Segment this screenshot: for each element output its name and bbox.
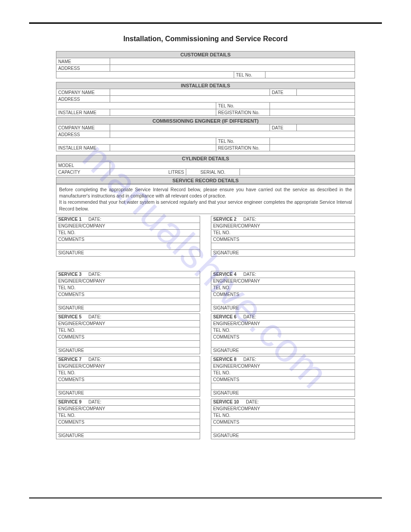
service-signature-label: SIGNATURE bbox=[56, 305, 200, 311]
instructions-para1: Before completing the appropriate Servic… bbox=[59, 187, 352, 198]
installer-address-field[interactable] bbox=[110, 96, 355, 103]
service-comments-label: COMMENTS bbox=[56, 334, 200, 340]
service-header: SERVICE 7 DATE: bbox=[56, 356, 200, 363]
installer-address-label: ADDRESS bbox=[56, 96, 110, 103]
service-comments-field[interactable] bbox=[211, 298, 355, 305]
installer-company-field[interactable] bbox=[110, 89, 270, 96]
service-header: SERVICE 10 DATE: bbox=[211, 399, 355, 405]
cylinder-header: CYLINDER DETAILS bbox=[56, 155, 355, 162]
comm-address-label: ADDRESS bbox=[56, 131, 110, 138]
cyl-capacity-label: CAPACITY bbox=[56, 169, 110, 176]
service-tel-label: TEL NO. bbox=[211, 284, 355, 291]
comm-date-field[interactable] bbox=[297, 124, 355, 131]
service-header: SERVICE 9 DATE: bbox=[56, 399, 200, 405]
service-engineer-label: ENGINEER/COMPANY bbox=[211, 363, 355, 369]
comm-company-field[interactable] bbox=[110, 124, 270, 131]
service-tel-label: TEL NO. bbox=[211, 229, 355, 236]
customer-name-label: NAME bbox=[56, 58, 110, 65]
service-comments-field[interactable] bbox=[211, 340, 355, 347]
service-tel-label: TEL NO. bbox=[211, 327, 355, 334]
service-tel-label: TEL NO. bbox=[56, 284, 200, 291]
service-block: SERVICE 7 DATE: ENGINEER/COMPANY TEL NO.… bbox=[56, 356, 200, 397]
service-engineer-label: ENGINEER/COMPANY bbox=[211, 405, 355, 412]
service-engineer-label: ENGINEER/COMPANY bbox=[211, 320, 355, 327]
service-engineer-label: ENGINEER/COMPANY bbox=[56, 278, 200, 284]
service-header: SERVICE 6 DATE: bbox=[211, 313, 355, 320]
comm-address2-field[interactable] bbox=[56, 138, 216, 145]
service-block: SERVICE 1 DATE: ENGINEER/COMPANY TEL NO.… bbox=[56, 216, 200, 257]
service-engineer-label: ENGINEER/COMPANY bbox=[56, 405, 200, 412]
customer-name-field[interactable] bbox=[110, 58, 355, 65]
cyl-serial-field[interactable] bbox=[240, 169, 355, 176]
comm-tel-field[interactable] bbox=[270, 138, 355, 145]
service-comments-label: COMMENTS bbox=[56, 236, 200, 243]
service-block: SERVICE 6 DATE: ENGINEER/COMPANY TEL NO.… bbox=[211, 313, 355, 354]
service-tel-label: TEL NO. bbox=[56, 412, 200, 419]
installer-reg-label: REGISTRATION No. bbox=[216, 109, 270, 116]
installer-date-label: DATE bbox=[270, 89, 297, 96]
service-signature-label: SIGNATURE bbox=[211, 390, 355, 396]
service-header: SERVICE 3 DATE: bbox=[56, 271, 200, 278]
comm-address-field[interactable] bbox=[110, 131, 355, 138]
service-comments-field[interactable] bbox=[211, 243, 355, 249]
customer-address-field[interactable] bbox=[110, 65, 355, 72]
service-signature-label: SIGNATURE bbox=[56, 347, 200, 354]
service-comments-label: COMMENTS bbox=[56, 376, 200, 383]
service-tel-label: TEL NO. bbox=[56, 327, 200, 334]
service-comments-field[interactable] bbox=[56, 383, 200, 390]
comm-reg-label: REGISTRATION No. bbox=[216, 145, 270, 151]
service-block: SERVICE 4 DATE: ENGINEER/COMPANY TEL NO.… bbox=[211, 271, 355, 312]
service-signature-label: SIGNATURE bbox=[211, 347, 355, 354]
service-comments-label: COMMENTS bbox=[211, 334, 355, 340]
service-signature-label: SIGNATURE bbox=[56, 390, 200, 396]
installer-name-field[interactable] bbox=[110, 109, 216, 116]
service-comments-label: COMMENTS bbox=[211, 291, 355, 298]
service-block: SERVICE 10 DATE: ENGINEER/COMPANY TEL NO… bbox=[211, 399, 355, 439]
service-comments-label: COMMENTS bbox=[56, 419, 200, 425]
cyl-model-field[interactable] bbox=[110, 162, 355, 169]
commissioning-table: COMMISSIONING ENGINEER (IF DIFFERENT) CO… bbox=[56, 117, 355, 151]
service-tel-label: TEL NO. bbox=[211, 369, 355, 376]
installer-address2-field[interactable] bbox=[56, 103, 216, 109]
instructions-para2: It is recommended that your hot water sy… bbox=[59, 199, 352, 211]
service-signature-label: SIGNATURE bbox=[211, 305, 355, 311]
service-comments-field[interactable] bbox=[56, 298, 200, 305]
installer-company-label: COMPANY NAME bbox=[56, 89, 110, 96]
customer-address2-field[interactable] bbox=[56, 72, 234, 78]
service-block: SERVICE 8 DATE: ENGINEER/COMPANY TEL NO.… bbox=[211, 356, 355, 397]
service-block: SERVICE 5 DATE: ENGINEER/COMPANY TEL NO.… bbox=[56, 313, 200, 354]
service-tel-label: TEL NO. bbox=[56, 369, 200, 376]
installer-date-field[interactable] bbox=[297, 89, 355, 96]
page: manualshive.com Installation, Commission… bbox=[0, 0, 411, 532]
comm-reg-field[interactable] bbox=[270, 145, 355, 151]
service-comments-field[interactable] bbox=[56, 425, 200, 432]
installer-tel-field[interactable] bbox=[270, 103, 355, 109]
service-comments-field[interactable] bbox=[211, 383, 355, 390]
service-comments-field[interactable] bbox=[211, 425, 355, 432]
service-tel-label: TEL NO. bbox=[56, 229, 200, 236]
bottom-rule bbox=[29, 498, 382, 498]
comm-date-label: DATE bbox=[270, 124, 297, 131]
customer-table: CUSTOMER DETAILS NAME ADDRESS TEL No. bbox=[56, 51, 355, 78]
service-comments-label: COMMENTS bbox=[56, 291, 200, 298]
cyl-serial-label: SERIAL NO. bbox=[186, 169, 240, 176]
service-comments-field[interactable] bbox=[56, 243, 200, 249]
service-record-header-table: SERVICE RECORD DETAILS bbox=[56, 177, 355, 184]
service-blocks-container: SERVICE 1 DATE: ENGINEER/COMPANY TEL NO.… bbox=[56, 216, 355, 439]
installer-reg-field[interactable] bbox=[270, 109, 355, 116]
service-comments-label: COMMENTS bbox=[211, 236, 355, 243]
comm-name-field[interactable] bbox=[110, 145, 216, 151]
service-signature-label: SIGNATURE bbox=[56, 432, 200, 439]
comm-name-label: INSTALLER NAME bbox=[56, 145, 110, 151]
service-instructions: Before completing the appropriate Servic… bbox=[56, 184, 355, 214]
service-comments-field[interactable] bbox=[56, 340, 200, 347]
customer-tel-field[interactable] bbox=[265, 72, 355, 78]
service-block: SERVICE 2 DATE: ENGINEER/COMPANY TEL NO.… bbox=[211, 216, 355, 257]
comm-company-label: COMPANY NAME bbox=[56, 124, 110, 131]
service-engineer-label: ENGINEER/COMPANY bbox=[211, 278, 355, 284]
form-content: Installation, Commissioning and Service … bbox=[29, 35, 382, 439]
customer-tel-label: TEL No. bbox=[234, 72, 265, 78]
cylinder-table: CYLINDER DETAILS MODEL CAPACITY LITRES S… bbox=[56, 155, 355, 176]
service-header: SERVICE 4 DATE: bbox=[211, 271, 355, 278]
cyl-model-label: MODEL bbox=[56, 162, 110, 169]
